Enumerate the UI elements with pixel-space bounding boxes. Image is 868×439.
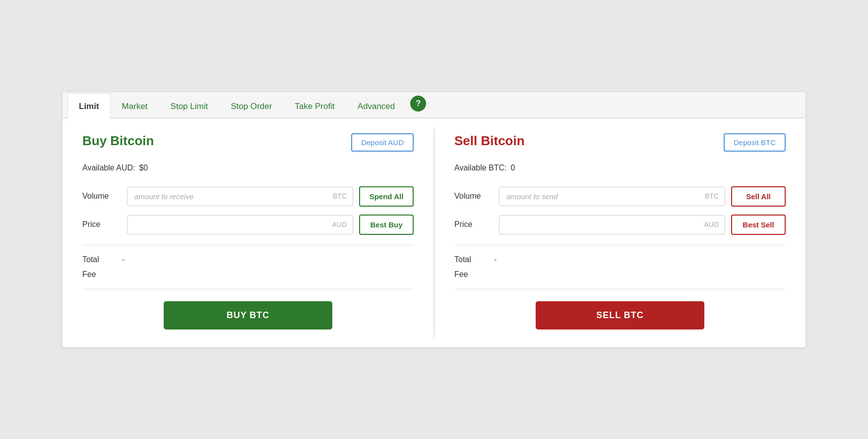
sell-available-label: Available BTC: (454, 164, 507, 172)
best-sell-button[interactable]: Best Sell (731, 215, 786, 235)
sell-all-button[interactable]: Sell All (731, 186, 786, 207)
sell-available-row: Available BTC: 0 (454, 164, 786, 172)
buy-volume-input-wrapper: BTC (127, 187, 353, 206)
buy-price-input-wrapper: AUD (127, 215, 353, 234)
buy-total-label: Total (82, 255, 122, 264)
sell-price-unit: AUD (698, 216, 725, 233)
tab-advanced[interactable]: Advanced (346, 93, 407, 118)
tab-limit[interactable]: Limit (67, 93, 111, 118)
buy-price-input[interactable] (127, 216, 326, 234)
buy-available-label: Available AUD: (82, 164, 135, 172)
sell-panel-header: Sell Bitcoin Deposit BTC (454, 133, 786, 152)
tab-market[interactable]: Market (111, 93, 159, 118)
buy-volume-input[interactable] (127, 187, 327, 206)
sell-volume-unit: BTC (699, 187, 725, 205)
sell-volume-input-wrapper: BTC (499, 187, 725, 206)
sell-divider-2 (454, 289, 786, 289)
sell-total-value: - (494, 255, 496, 264)
buy-divider-2 (82, 289, 414, 289)
buy-total-value: - (122, 255, 124, 264)
buy-panel: Buy Bitcoin Deposit AUD Available AUD: $… (62, 118, 434, 347)
sell-volume-row: Volume BTC Sell All (454, 186, 786, 207)
tab-take-profit[interactable]: Take Profit (283, 93, 346, 118)
buy-fee-row: Fee (82, 270, 414, 279)
sell-volume-label: Volume (454, 192, 499, 201)
buy-panel-title: Buy Bitcoin (82, 133, 154, 149)
buy-panel-header: Buy Bitcoin Deposit AUD (82, 133, 414, 152)
sell-price-row: Price AUD Best Sell (454, 215, 786, 235)
deposit-aud-button[interactable]: Deposit AUD (351, 133, 414, 152)
buy-fee-label: Fee (82, 270, 122, 279)
buy-btc-button[interactable]: BUY BTC (164, 301, 332, 329)
sell-available-value: 0 (511, 164, 515, 172)
sell-submit-row: SELL BTC (454, 301, 786, 329)
buy-price-unit: AUD (326, 216, 353, 233)
sell-price-label: Price (454, 220, 499, 229)
sell-price-input-wrapper: AUD (499, 215, 725, 234)
sell-price-input[interactable] (499, 216, 698, 234)
sell-fee-label: Fee (454, 270, 494, 279)
buy-submit-row: BUY BTC (82, 301, 414, 329)
spend-all-button[interactable]: Spend All (359, 186, 414, 207)
sell-fee-row: Fee (454, 270, 786, 279)
buy-available-value: $0 (139, 164, 148, 172)
sell-total-row: Total - (454, 255, 786, 264)
content-area: Buy Bitcoin Deposit AUD Available AUD: $… (62, 118, 806, 347)
tab-stop-order[interactable]: Stop Order (219, 93, 283, 118)
sell-btc-button[interactable]: SELL BTC (536, 301, 704, 329)
sell-panel-title: Sell Bitcoin (454, 133, 525, 149)
buy-volume-row: Volume BTC Spend All (82, 186, 414, 207)
buy-available-row: Available AUD: $0 (82, 164, 414, 172)
buy-volume-label: Volume (82, 192, 127, 201)
sell-total-label: Total (454, 255, 494, 264)
trading-panel: Limit Market Stop Limit Stop Order Take … (62, 92, 806, 348)
tab-stop-limit[interactable]: Stop Limit (159, 93, 220, 118)
sell-divider-1 (454, 245, 786, 245)
buy-price-row: Price AUD Best Buy (82, 215, 414, 235)
tab-bar: Limit Market Stop Limit Stop Order Take … (62, 92, 806, 118)
buy-volume-unit: BTC (327, 187, 353, 205)
help-icon[interactable]: ? (410, 96, 426, 111)
buy-total-row: Total - (82, 255, 414, 264)
best-buy-button[interactable]: Best Buy (359, 215, 414, 235)
buy-price-label: Price (82, 220, 127, 229)
deposit-btc-button[interactable]: Deposit BTC (724, 133, 786, 152)
buy-divider-1 (82, 245, 414, 245)
sell-volume-input[interactable] (499, 187, 699, 206)
sell-panel: Sell Bitcoin Deposit BTC Available BTC: … (434, 118, 806, 347)
